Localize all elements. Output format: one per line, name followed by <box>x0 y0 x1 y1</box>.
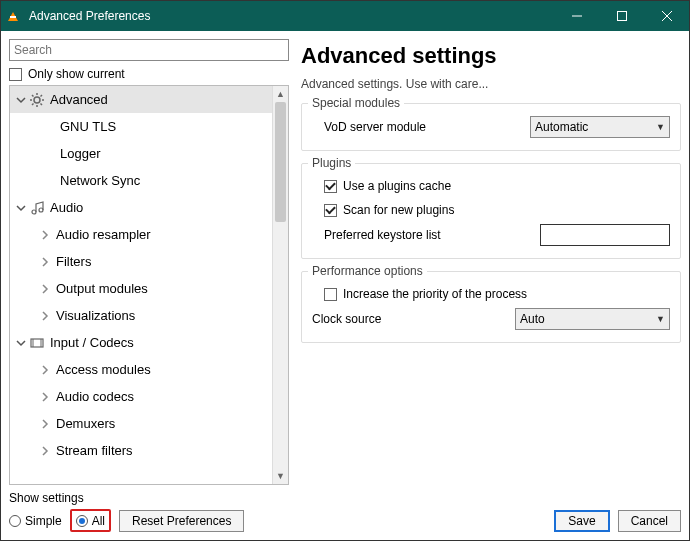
chevron-down-icon: ▼ <box>656 314 665 324</box>
clock-source-combo[interactable]: Auto ▼ <box>515 308 670 330</box>
tree-item-demuxers[interactable]: Demuxers <box>10 410 272 437</box>
chevron-down-icon: ▼ <box>656 122 665 132</box>
show-settings-simple-radio[interactable]: Simple <box>9 514 62 528</box>
use-plugins-cache-checkbox[interactable]: Use a plugins cache <box>312 174 670 198</box>
chevron-down-icon <box>14 338 28 348</box>
tree-item-audio-codecs[interactable]: Audio codecs <box>10 383 272 410</box>
tree-item-advanced[interactable]: Advanced <box>10 86 272 113</box>
tree-item-label: Visualizations <box>52 308 135 323</box>
audio-icon <box>28 200 46 216</box>
radio-label: Simple <box>25 514 62 528</box>
page-subtitle: Advanced settings. Use with care... <box>301 77 681 91</box>
group-legend: Performance options <box>308 264 427 278</box>
tree-item-network-sync[interactable]: Network Sync <box>10 167 272 194</box>
tree-scrollbar[interactable]: ▲ ▼ <box>272 86 288 484</box>
save-button[interactable]: Save <box>554 510 609 532</box>
tree-item-label: Output modules <box>52 281 148 296</box>
search-input[interactable] <box>9 39 289 61</box>
tree-item-logger[interactable]: Logger <box>10 140 272 167</box>
tree-item-audio-resampler[interactable]: Audio resampler <box>10 221 272 248</box>
combo-value: Automatic <box>535 120 588 134</box>
clock-source-label: Clock source <box>312 312 515 326</box>
tree-item-label: Access modules <box>52 362 151 377</box>
tree-item-label: Network Sync <box>56 173 140 188</box>
svg-line-11 <box>32 103 34 105</box>
category-tree: Advanced GNU TLS Logger Network Sync Aud… <box>9 85 289 485</box>
chevron-right-icon <box>38 257 52 267</box>
scroll-up-arrow-icon: ▲ <box>273 86 288 102</box>
svg-line-12 <box>41 95 43 97</box>
tree-item-output-modules[interactable]: Output modules <box>10 275 272 302</box>
chevron-right-icon <box>38 446 52 456</box>
tree-item-label: GNU TLS <box>56 119 116 134</box>
close-button[interactable] <box>644 1 689 31</box>
tree-item-label: Filters <box>52 254 91 269</box>
tree-item-stream-filters[interactable]: Stream filters <box>10 437 272 464</box>
chevron-right-icon <box>38 284 52 294</box>
only-show-current-checkbox[interactable]: Only show current <box>9 67 289 81</box>
checkbox-label: Increase the priority of the process <box>343 287 527 301</box>
preferred-keystore-label: Preferred keystore list <box>312 228 540 242</box>
show-settings-all-radio[interactable]: All <box>76 514 105 528</box>
tree-item-label: Input / Codecs <box>46 335 134 350</box>
vod-server-module-label: VoD server module <box>312 120 530 134</box>
show-settings-label: Show settings <box>9 491 244 505</box>
increase-priority-checkbox[interactable]: Increase the priority of the process <box>312 282 670 306</box>
reset-preferences-button[interactable]: Reset Preferences <box>119 510 244 532</box>
radio-label: All <box>92 514 105 528</box>
svg-line-9 <box>32 95 34 97</box>
tree-item-label: Audio <box>46 200 83 215</box>
svg-point-4 <box>34 97 40 103</box>
radio-icon <box>9 515 21 527</box>
radio-icon <box>76 515 88 527</box>
tree-item-audio[interactable]: Audio <box>10 194 272 221</box>
app-icon <box>1 12 25 21</box>
group-plugins: Plugins Use a plugins cache Scan for new… <box>301 163 681 259</box>
only-show-current-label: Only show current <box>28 67 125 81</box>
group-legend: Special modules <box>308 96 404 110</box>
gear-icon <box>28 92 46 108</box>
checkbox-icon <box>324 288 337 301</box>
svg-rect-1 <box>617 12 626 21</box>
group-special-modules: Special modules VoD server module Automa… <box>301 103 681 151</box>
highlight-annotation: All <box>70 509 111 532</box>
tree-item-input-codecs[interactable]: Input / Codecs <box>10 329 272 356</box>
window-title: Advanced Preferences <box>25 9 554 23</box>
maximize-button[interactable] <box>599 1 644 31</box>
tree-item-visualizations[interactable]: Visualizations <box>10 302 272 329</box>
combo-value: Auto <box>520 312 545 326</box>
group-performance: Performance options Increase the priorit… <box>301 271 681 343</box>
chevron-down-icon <box>14 203 28 213</box>
tree-item-label: Audio codecs <box>52 389 134 404</box>
checkbox-icon <box>9 68 22 81</box>
scroll-down-arrow-icon: ▼ <box>273 468 288 484</box>
group-legend: Plugins <box>308 156 355 170</box>
chevron-right-icon <box>38 365 52 375</box>
svg-line-10 <box>41 103 43 105</box>
tree-item-label: Stream filters <box>52 443 133 458</box>
tree-item-label: Audio resampler <box>52 227 151 242</box>
chevron-right-icon <box>38 311 52 321</box>
codec-icon <box>28 335 46 351</box>
tree-item-label: Demuxers <box>52 416 115 431</box>
tree-item-label: Logger <box>56 146 100 161</box>
chevron-right-icon <box>38 230 52 240</box>
checkbox-label: Use a plugins cache <box>343 179 451 193</box>
tree-item-label: Advanced <box>46 92 108 107</box>
chevron-right-icon <box>38 419 52 429</box>
preferred-keystore-input[interactable] <box>540 224 670 246</box>
titlebar: Advanced Preferences <box>1 1 689 31</box>
scroll-thumb[interactable] <box>275 102 286 222</box>
page-title: Advanced settings <box>301 43 681 69</box>
vod-server-module-combo[interactable]: Automatic ▼ <box>530 116 670 138</box>
chevron-right-icon <box>38 392 52 402</box>
tree-item-filters[interactable]: Filters <box>10 248 272 275</box>
minimize-button[interactable] <box>554 1 599 31</box>
chevron-down-icon <box>14 95 28 105</box>
tree-item-access-modules[interactable]: Access modules <box>10 356 272 383</box>
cancel-button[interactable]: Cancel <box>618 510 681 532</box>
checkbox-icon <box>324 204 337 217</box>
tree-item-gnu-tls[interactable]: GNU TLS <box>10 113 272 140</box>
scan-new-plugins-checkbox[interactable]: Scan for new plugins <box>312 198 670 222</box>
checkbox-label: Scan for new plugins <box>343 203 454 217</box>
